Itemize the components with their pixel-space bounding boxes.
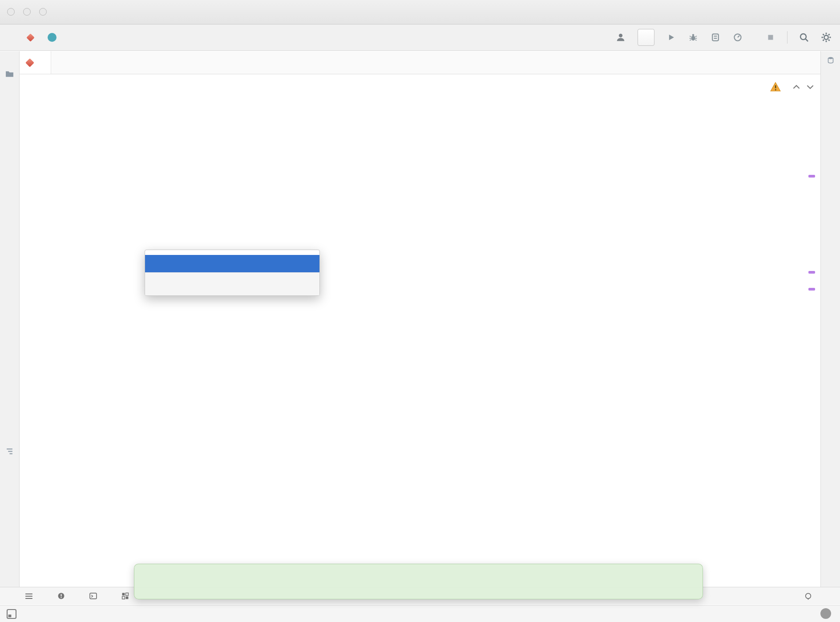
user-account-button[interactable] (616, 32, 627, 42)
gear-icon (821, 32, 832, 43)
bug-icon (688, 32, 698, 42)
warning-icon (770, 82, 781, 92)
tool-button-todo[interactable] (25, 593, 37, 600)
profiler-button[interactable] (732, 32, 743, 43)
popup-action-go-to-type-signature[interactable] (145, 255, 319, 272)
chevron-down-icon[interactable] (806, 85, 814, 89)
context-actions-tooltip (134, 564, 703, 599)
tool-button-event-log[interactable] (804, 587, 816, 605)
tool-window-toggle-icon (6, 609, 17, 619)
right-tool-window-stripe (820, 51, 840, 587)
services-icon (121, 592, 129, 600)
run-button[interactable] (665, 32, 677, 43)
todo-icon (25, 593, 33, 600)
problems-icon (57, 592, 65, 600)
tool-stripe-project[interactable] (0, 66, 19, 77)
settings-button[interactable] (820, 32, 832, 43)
inspections-widget[interactable] (770, 82, 814, 92)
event-log-icon (804, 593, 812, 600)
structure-icon (6, 448, 13, 455)
status-bar (0, 605, 840, 622)
debug-button[interactable] (687, 32, 699, 43)
tool-stripe-structure[interactable] (0, 444, 19, 455)
stop-button[interactable] (765, 32, 776, 43)
tab-library-rb[interactable] (20, 51, 51, 74)
user-icon (616, 32, 626, 42)
change-marker[interactable] (808, 175, 815, 178)
tool-button-problems[interactable] (57, 592, 69, 600)
class-icon (48, 33, 57, 42)
tool-button-services[interactable] (121, 592, 133, 600)
tool-button-terminal[interactable] (89, 593, 101, 599)
profiler-icon (733, 32, 743, 42)
coverage-icon (711, 32, 720, 42)
code-editor[interactable] (20, 74, 820, 570)
coverage-button[interactable] (710, 32, 721, 43)
change-marker[interactable] (808, 288, 815, 291)
editor-tab-bar (20, 51, 820, 74)
ide-window (0, 0, 840, 622)
add-configuration-button[interactable] (638, 29, 654, 46)
popup-hint (145, 272, 319, 295)
chevron-up-icon[interactable] (792, 85, 800, 89)
tool-stripe-favorites[interactable] (0, 521, 19, 525)
folder-icon (5, 70, 14, 77)
breadcrumb-file[interactable] (28, 35, 38, 40)
window-title (0, 0, 840, 24)
terminal-icon (89, 593, 97, 599)
hide-tool-windows-button[interactable] (6, 609, 17, 621)
run-icon (666, 32, 676, 42)
change-marker[interactable] (808, 271, 815, 274)
navigation-bar (0, 24, 840, 51)
search-everywhere-button[interactable] (798, 32, 810, 43)
ruby-file-icon (25, 58, 34, 67)
breadcrumb (8, 33, 60, 42)
left-tool-window-stripe (0, 51, 20, 587)
toolbar-divider (787, 31, 788, 44)
stop-icon (766, 32, 775, 42)
search-icon (799, 32, 809, 43)
intention-popup (145, 250, 320, 296)
database-icon (827, 57, 834, 64)
help-button[interactable] (820, 608, 831, 619)
main-toolbar (616, 29, 832, 46)
breadcrumb-class[interactable] (48, 33, 60, 42)
title-bar (0, 0, 840, 24)
ruby-file-icon (26, 33, 34, 41)
tool-stripe-database[interactable] (821, 57, 840, 68)
